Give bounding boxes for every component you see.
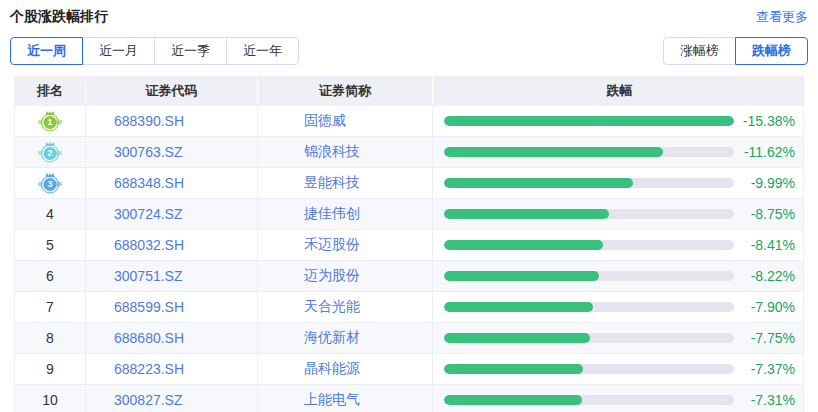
rank-cell: 2 [15, 137, 86, 167]
table-row[interactable]: 6 300751.SZ 迈为股份 -8.22% [15, 260, 803, 291]
rank-number: 9 [15, 354, 86, 384]
ranking-table: 排名 证券代码 证券简称 跌幅 1 688390.SH 固德威 -15.38% … [14, 76, 804, 412]
table-row[interactable]: 1 688390.SH 固德威 -15.38% [15, 105, 803, 136]
view-more-link[interactable]: 查看更多 [756, 8, 808, 26]
drop-bar-track [444, 302, 734, 312]
stock-code[interactable]: 688223.SH [86, 354, 258, 384]
drop-percent: -7.31% [734, 392, 795, 408]
drop-bar-fill [444, 147, 663, 157]
page-title: 个股涨跌幅排行 [10, 8, 108, 26]
drop-cell: -8.22% [433, 261, 803, 291]
drop-cell: -9.99% [433, 168, 803, 198]
stock-code[interactable]: 688032.SH [86, 230, 258, 260]
drop-bar-fill [444, 364, 583, 374]
silver-medal-icon: 2 [37, 143, 63, 161]
stock-name[interactable]: 禾迈股份 [258, 230, 433, 260]
table-row[interactable]: 5 688032.SH 禾迈股份 -8.41% [15, 229, 803, 260]
stock-code[interactable]: 300763.SZ [86, 137, 258, 167]
drop-bar-track [444, 364, 734, 374]
drop-bar-fill [444, 302, 593, 312]
drop-bar-track [444, 333, 734, 343]
drop-cell: -15.38% [433, 106, 803, 136]
drop-percent: -8.22% [734, 268, 795, 284]
stock-name[interactable]: 晶科能源 [258, 354, 433, 384]
drop-bar-track [444, 395, 734, 405]
table-row[interactable]: 2 300763.SZ 锦浪科技 -11.62% [15, 136, 803, 167]
drop-bar-track [444, 178, 734, 188]
stock-name[interactable]: 锦浪科技 [258, 137, 433, 167]
drop-bar-fill [444, 240, 603, 250]
drop-bar-fill [444, 271, 599, 281]
stock-code[interactable]: 688390.SH [86, 106, 258, 136]
drop-percent: -11.62% [734, 144, 795, 160]
drop-percent: -8.41% [734, 237, 795, 253]
drop-bar-track [444, 240, 734, 250]
col-header-rank: 排名 [15, 77, 86, 105]
filter-row: 近一周 近一月 近一季 近一年 涨幅榜 跌幅榜 [10, 37, 808, 65]
table-row[interactable]: 9 688223.SH 晶科能源 -7.37% [15, 353, 803, 384]
drop-cell: -8.41% [433, 230, 803, 260]
stock-ranking-panel: 个股涨跌幅排行 查看更多 近一周 近一月 近一季 近一年 涨幅榜 跌幅榜 排名 … [0, 0, 818, 412]
drop-cell: -8.75% [433, 199, 803, 229]
stock-name[interactable]: 上能电气 [258, 385, 433, 412]
rank-number: 4 [15, 199, 86, 229]
losers-board-button[interactable]: 跌幅榜 [735, 37, 808, 65]
drop-cell: -7.90% [433, 292, 803, 322]
drop-bar-track [444, 271, 734, 281]
drop-cell: -7.31% [433, 385, 803, 412]
stock-code[interactable]: 688680.SH [86, 323, 258, 353]
rank-number: 2 [44, 147, 57, 160]
rank-cell: 3 [15, 168, 86, 198]
tab-last-month[interactable]: 近一月 [82, 37, 155, 65]
gainers-board-button[interactable]: 涨幅榜 [663, 37, 736, 65]
drop-bar-fill [444, 116, 734, 126]
drop-percent: -7.37% [734, 361, 795, 377]
col-header-drop: 跌幅 [433, 77, 803, 105]
stock-code[interactable]: 300827.SZ [86, 385, 258, 412]
bronze-medal-icon: 3 [37, 174, 63, 192]
drop-bar-fill [444, 178, 633, 188]
rank-number: 1 [44, 116, 57, 129]
table-row[interactable]: 8 688680.SH 海优新材 -7.75% [15, 322, 803, 353]
stock-name[interactable]: 固德威 [258, 106, 433, 136]
stock-name[interactable]: 捷佳伟创 [258, 199, 433, 229]
stock-name[interactable]: 迈为股份 [258, 261, 433, 291]
drop-percent: -8.75% [734, 206, 795, 222]
table-row[interactable]: 7 688599.SH 天合光能 -7.90% [15, 291, 803, 322]
table-header-row: 排名 证券代码 证券简称 跌幅 [15, 77, 803, 105]
gold-medal-icon: 1 [37, 112, 63, 130]
tab-last-year[interactable]: 近一年 [226, 37, 299, 65]
period-tab-group: 近一周 近一月 近一季 近一年 [10, 37, 299, 65]
drop-percent: -15.38% [734, 113, 795, 129]
stock-code[interactable]: 688348.SH [86, 168, 258, 198]
rank-number: 6 [15, 261, 86, 291]
drop-cell: -11.62% [433, 137, 803, 167]
stock-name[interactable]: 天合光能 [258, 292, 433, 322]
col-header-name: 证券简称 [258, 77, 433, 105]
stock-name[interactable]: 海优新材 [258, 323, 433, 353]
drop-percent: -7.90% [734, 299, 795, 315]
rank-number: 7 [15, 292, 86, 322]
tab-last-quarter[interactable]: 近一季 [154, 37, 227, 65]
table-row[interactable]: 3 688348.SH 昱能科技 -9.99% [15, 167, 803, 198]
drop-bar-track [444, 147, 734, 157]
tab-last-week[interactable]: 近一周 [10, 37, 83, 65]
board-toggle-group: 涨幅榜 跌幅榜 [663, 37, 808, 65]
stock-code[interactable]: 688599.SH [86, 292, 258, 322]
stock-name[interactable]: 昱能科技 [258, 168, 433, 198]
stock-code[interactable]: 300751.SZ [86, 261, 258, 291]
drop-bar-track [444, 209, 734, 219]
drop-bar-fill [444, 209, 609, 219]
rank-number: 8 [15, 323, 86, 353]
table-row[interactable]: 4 300724.SZ 捷佳伟创 -8.75% [15, 198, 803, 229]
drop-cell: -7.75% [433, 323, 803, 353]
col-header-code: 证券代码 [86, 77, 258, 105]
table-row[interactable]: 10 300827.SZ 上能电气 -7.31% [15, 384, 803, 412]
stock-code[interactable]: 300724.SZ [86, 199, 258, 229]
drop-percent: -9.99% [734, 175, 795, 191]
panel-header: 个股涨跌幅排行 查看更多 [0, 0, 818, 26]
drop-bar-track [444, 116, 734, 126]
drop-bar-fill [444, 395, 582, 405]
rank-number: 3 [44, 178, 57, 191]
rank-number: 5 [15, 230, 86, 260]
